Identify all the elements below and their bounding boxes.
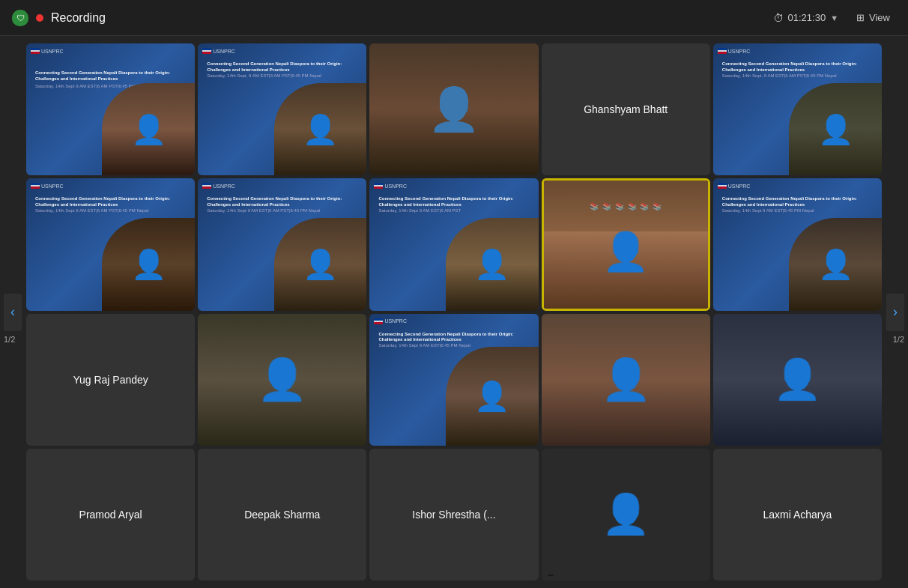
tile-9-active: 📚 📚 📚 📚 📚 📚 👤	[542, 178, 710, 310]
tile-6: USNPRC Connecting Second Generation Nepa…	[26, 178, 195, 310]
page-indicator-left: 1/2	[4, 335, 15, 344]
view-button[interactable]: ⊞ View	[850, 9, 896, 26]
topbar-left: 🛡 Recording	[12, 10, 106, 26]
topbar-right: ⏱ 01:21:30 ▼ ⊞ View	[773, 9, 896, 26]
tile-5: USNPRC Connecting Second Generation Nepa…	[713, 43, 882, 175]
view-label: View	[869, 12, 890, 23]
name-laxmi: Laxmi Acharya	[757, 503, 838, 527]
slide-title-1: Connecting Second Generation Nepali Dias…	[35, 70, 186, 82]
slide-logo-8: USNPRC	[374, 183, 407, 189]
shield-icon: 🛡	[12, 10, 28, 26]
main-content: ‹ › 1/2 1/2 USNPRC Connecting Second Gen…	[0, 36, 908, 588]
slide-date-5: Saturday, 14th Sept, 9 AM EST|6 AM PST|6…	[722, 73, 837, 78]
tile-7: USNPRC Connecting Second Generation Nepa…	[198, 178, 366, 310]
tile-17: Deepak Sharma	[198, 449, 366, 581]
slide-logo-10: USNPRC	[718, 183, 751, 189]
tile-4: Ghanshyam Bhatt	[542, 43, 710, 175]
slide-title-5: Connecting Second Generation Nepali Dias…	[722, 61, 873, 73]
timer-value: 01:21:30	[788, 12, 826, 23]
slide-logo-7: USNPRC	[202, 183, 235, 189]
name-yugraj: Yug Raj Pandey	[67, 368, 154, 392]
name-overlay-19	[548, 575, 554, 576]
clock-icon: ⏱	[773, 12, 784, 24]
tile-8: USNPRC Connecting Second Generation Nepa…	[369, 178, 538, 310]
tile-2: USNPRC Connecting Second Generation Nepa…	[198, 43, 366, 175]
top-bar: 🛡 Recording ⏱ 01:21:30 ▼ ⊞ View	[0, 0, 908, 36]
slide-logo-5: USNPRC	[718, 48, 751, 54]
name-deepak: Deepak Sharma	[238, 503, 326, 527]
slide-date-2: Saturday, 14th Sept, 9 AM EST|6 AM PST|6…	[207, 73, 321, 78]
page-indicator-right: 1/2	[893, 335, 904, 344]
tile-19: 👤	[542, 449, 710, 581]
grid-icon: ⊞	[856, 12, 865, 23]
tile-18: Ishor Shrestha (...	[369, 449, 538, 581]
recording-label: Recording	[51, 11, 106, 25]
slide-logo-2: USNPRC	[202, 48, 235, 54]
nav-next-button[interactable]: ›	[886, 294, 904, 331]
name-chandra: Pramod Aryal	[73, 503, 148, 527]
slide-logo-13: USNPRC	[374, 318, 407, 324]
slide-logo-6: USNPRC	[31, 183, 64, 189]
participants-grid: USNPRC Connecting Second Generation Nepa…	[26, 43, 882, 581]
nav-prev-button[interactable]: ‹	[4, 294, 22, 331]
tile-15: 👤	[713, 314, 882, 446]
slide-logo-1: USNPRC	[31, 48, 64, 54]
tile-20: Laxmi Acharya	[713, 449, 882, 581]
tile-13: USNPRC Connecting Second Generation Nepa…	[369, 314, 538, 446]
timer-dropdown[interactable]: ▼	[830, 13, 838, 22]
name-ghanshyam: Ghanshyam Bhatt	[578, 97, 674, 121]
tile-14: 👤	[542, 314, 710, 446]
recording-dot	[36, 14, 43, 22]
name-ishor: Ishor Shrestha (...	[406, 503, 501, 527]
slide-title-2: Connecting Second Generation Nepali Dias…	[207, 61, 357, 73]
tile-11: Yug Raj Pandey	[26, 314, 195, 446]
tile-3: 👤	[369, 43, 538, 175]
time-display: ⏱ 01:21:30 ▼	[773, 12, 839, 24]
tile-12: 👤	[198, 314, 366, 446]
tile-16: Pramod Aryal	[26, 449, 195, 581]
tile-1: USNPRC Connecting Second Generation Nepa…	[26, 43, 195, 175]
tile-10: USNPRC Connecting Second Generation Nepa…	[713, 178, 882, 310]
